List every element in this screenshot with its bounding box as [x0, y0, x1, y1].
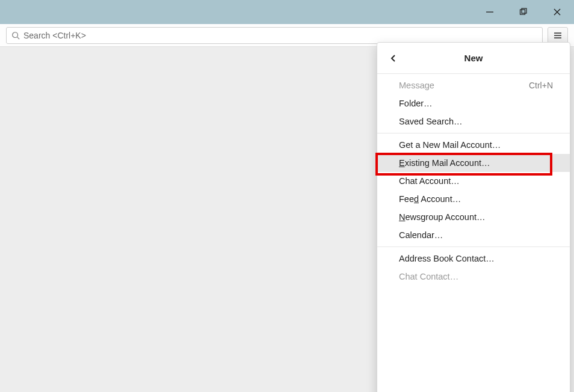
menu-section-contacts: Address Book Contact… Chat Contact…: [377, 247, 570, 288]
close-button[interactable]: [540, 0, 574, 24]
menu-item-label: Address Book Contact…: [399, 254, 495, 263]
titlebar: [0, 0, 574, 24]
menu-item-shortcut: Ctrl+N: [529, 81, 553, 90]
search-placeholder: Search <Ctrl+K>: [23, 31, 86, 40]
svg-line-6: [17, 37, 20, 39]
menu-item-address-book-contact[interactable]: Address Book Contact…: [377, 250, 570, 268]
menu-back-button[interactable]: [386, 51, 401, 66]
hamburger-icon: [553, 31, 563, 40]
menu-panel-new: New Message Ctrl+N Folder… Saved Search……: [377, 42, 570, 392]
menu-item-message: Message Ctrl+N: [377, 76, 570, 94]
maximize-button[interactable]: [507, 0, 540, 24]
close-icon: [553, 8, 561, 16]
menu-item-label: Chat Account…: [399, 176, 460, 186]
menu-item-calendar[interactable]: Calendar…: [377, 226, 570, 244]
menu-item-label: Chat Contact…: [399, 272, 458, 281]
svg-rect-1: [520, 10, 525, 14]
menu-item-chat-account[interactable]: Chat Account…: [377, 172, 570, 190]
menu-item-folder[interactable]: Folder…: [377, 94, 570, 112]
search-icon: [11, 31, 20, 40]
menu-item-label: Newsgroup Account…: [399, 212, 485, 222]
menu-item-newsgroup-account[interactable]: Newsgroup Account…: [377, 208, 570, 226]
menu-item-chat-contact: Chat Contact…: [377, 268, 570, 286]
menu-item-label: Folder…: [399, 99, 433, 108]
menu-title: New: [377, 53, 570, 63]
maximize-icon: [519, 8, 528, 16]
window-controls: [473, 0, 574, 24]
menu-item-label: Calendar…: [399, 230, 443, 240]
menu-item-label: Feed Account…: [399, 194, 461, 204]
menu-item-label: Message: [399, 81, 434, 90]
minimize-button[interactable]: [473, 0, 507, 24]
svg-point-5: [13, 32, 18, 37]
menu-header: New: [377, 43, 570, 74]
search-input[interactable]: Search <Ctrl+K>: [6, 27, 543, 44]
menu-item-feed-account[interactable]: Feed Account…: [377, 190, 570, 208]
menu-item-saved-search[interactable]: Saved Search…: [377, 112, 570, 130]
app-menu-button[interactable]: [548, 27, 568, 44]
menu-item-existing-mail-account[interactable]: Existing Mail Account…: [377, 154, 570, 172]
menu-item-label: Saved Search…: [399, 117, 463, 126]
chevron-left-icon: [389, 54, 398, 63]
menu-item-label: Existing Mail Account…: [399, 158, 490, 168]
menu-item-get-new-mail-account[interactable]: Get a New Mail Account…: [377, 136, 570, 154]
svg-rect-2: [522, 8, 526, 13]
menu-section-accounts: Get a New Mail Account… Existing Mail Ac…: [377, 133, 570, 247]
menu-section-create: Message Ctrl+N Folder… Saved Search…: [377, 74, 570, 133]
menu-item-label: Get a New Mail Account…: [399, 140, 501, 150]
minimize-icon: [486, 8, 494, 16]
